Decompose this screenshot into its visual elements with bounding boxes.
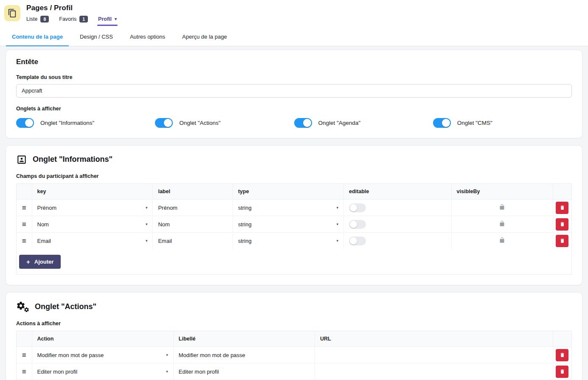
actions-row: ≡ Editer mon profil▾ Editer mon profil bbox=[17, 363, 571, 380]
key-select[interactable]: Email▾ bbox=[32, 233, 153, 249]
url-input[interactable] bbox=[315, 347, 553, 363]
toggle-onglet-agenda[interactable] bbox=[294, 118, 312, 128]
column-header-label: label bbox=[153, 184, 233, 200]
informations-row: ≡ Email▾ Email string▾ bbox=[17, 233, 571, 249]
key-select[interactable]: Nom▾ bbox=[32, 216, 153, 233]
app-logo[interactable] bbox=[4, 5, 20, 21]
drag-handle-icon[interactable]: ≡ bbox=[22, 368, 26, 376]
actions-subtitle: Actions à afficher bbox=[16, 321, 572, 327]
toggles-label: Onglets à afficher bbox=[16, 106, 572, 112]
tab-favoris[interactable]: Favoris 1 bbox=[59, 16, 88, 23]
trash-icon bbox=[560, 205, 565, 211]
delete-row-button[interactable] bbox=[556, 202, 568, 214]
tab-apercu-de-la-page[interactable]: Aperçu de la page bbox=[176, 34, 233, 46]
label-input[interactable]: Email bbox=[153, 233, 233, 249]
drag-handle-icon[interactable]: ≡ bbox=[22, 204, 26, 212]
trash-icon bbox=[560, 352, 565, 358]
lock-open-icon[interactable] bbox=[499, 204, 505, 210]
type-select-value: string bbox=[238, 221, 252, 228]
contact-card-icon bbox=[16, 154, 27, 165]
toggle-item-informations: Onglet "Informations" bbox=[16, 118, 155, 128]
toggle-onglet-informations[interactable] bbox=[16, 118, 34, 128]
delete-row-button[interactable] bbox=[556, 235, 568, 247]
tab-liste-label: Liste bbox=[26, 16, 37, 22]
label-input-value: Nom bbox=[158, 221, 169, 228]
subtitle-template-input[interactable] bbox=[16, 84, 572, 98]
column-header-delete bbox=[553, 184, 571, 200]
lock-open-icon[interactable] bbox=[499, 220, 505, 227]
column-header-type: type bbox=[233, 184, 343, 200]
plus-icon: + bbox=[26, 259, 30, 265]
column-header-drag bbox=[17, 331, 32, 347]
key-select-value: Email bbox=[37, 238, 51, 244]
informations-table-container: key label type editable visibleBy ≡ Prén… bbox=[16, 183, 572, 275]
gears-icon bbox=[16, 301, 29, 312]
chevron-down-icon: ▾ bbox=[146, 205, 148, 210]
lock-open-icon[interactable] bbox=[499, 237, 505, 243]
toggle-onglet-cms[interactable] bbox=[433, 118, 451, 128]
chevron-down-icon: ▾ bbox=[166, 369, 168, 374]
chevron-down-icon: ▾ bbox=[115, 17, 117, 21]
column-header-action: Action bbox=[32, 331, 173, 347]
actions-table-container: Action Libellé URL ≡ Modifier mon mot de… bbox=[16, 331, 572, 380]
toggle-onglet-actions-label: Onglet "Actions" bbox=[179, 120, 220, 126]
tab-toggles-row: Onglet "Informations" Onglet "Actions" O… bbox=[16, 118, 572, 128]
delete-row-button[interactable] bbox=[556, 349, 568, 361]
tab-autres-options[interactable]: Autres options bbox=[124, 34, 171, 46]
column-header-editable: editable bbox=[344, 184, 452, 200]
favoris-count-badge: 1 bbox=[79, 16, 88, 23]
chevron-down-icon: ▾ bbox=[146, 222, 148, 226]
toggle-item-agenda: Onglet "Agenda" bbox=[294, 118, 433, 128]
label-input[interactable]: Prénom bbox=[153, 200, 233, 216]
action-select[interactable]: Modifier mon mot de passe▾ bbox=[32, 347, 173, 363]
url-input[interactable] bbox=[315, 363, 553, 380]
tab-profil[interactable]: Profil ▾ bbox=[98, 16, 117, 22]
actions-card: Onglet "Actions" Actions à afficher Acti… bbox=[6, 292, 582, 380]
toggle-item-actions: Onglet "Actions" bbox=[155, 118, 294, 128]
label-input[interactable]: Nom bbox=[153, 216, 233, 233]
column-header-key: key bbox=[32, 184, 153, 200]
libelle-input[interactable]: Editer mon profil bbox=[173, 363, 315, 380]
trash-icon bbox=[560, 221, 565, 227]
actions-header-row: Action Libellé URL bbox=[17, 331, 571, 347]
key-select[interactable]: Prénom▾ bbox=[32, 200, 153, 216]
toggle-onglet-actions[interactable] bbox=[155, 118, 173, 128]
actions-row: ≡ Modifier mon mot de passe▾ Modifier mo… bbox=[17, 347, 571, 363]
add-row-button[interactable]: + Ajouter bbox=[19, 255, 61, 269]
drag-handle-icon[interactable]: ≡ bbox=[22, 351, 26, 359]
trash-icon bbox=[560, 238, 565, 244]
toggle-onglet-agenda-label: Onglet "Agenda" bbox=[318, 120, 361, 126]
informations-header-row: key label type editable visibleBy bbox=[17, 184, 571, 200]
chevron-down-icon: ▾ bbox=[146, 239, 148, 243]
column-header-url: URL bbox=[315, 331, 553, 347]
subtitle-template-label: Template du sous titre bbox=[16, 74, 572, 80]
drag-handle-icon[interactable]: ≡ bbox=[22, 237, 26, 245]
chevron-down-icon: ▾ bbox=[336, 239, 338, 243]
delete-row-button[interactable] bbox=[556, 218, 568, 231]
tab-design-css[interactable]: Design / CSS bbox=[74, 34, 119, 46]
entete-card: Entête Template du sous titre Onglets à … bbox=[6, 50, 582, 138]
informations-row: ≡ Nom▾ Nom string▾ bbox=[17, 216, 571, 233]
action-select-value: Editer mon profil bbox=[37, 369, 78, 375]
drag-handle-icon[interactable]: ≡ bbox=[22, 220, 26, 228]
editable-toggle[interactable] bbox=[349, 236, 366, 245]
type-select[interactable]: string▾ bbox=[233, 233, 343, 249]
tab-contenu-de-la-page[interactable]: Contenu de la page bbox=[6, 34, 69, 46]
action-select[interactable]: Editer mon profil▾ bbox=[32, 363, 173, 380]
column-header-delete bbox=[553, 331, 571, 347]
type-select[interactable]: string▾ bbox=[233, 216, 343, 233]
tab-liste[interactable]: Liste 8 bbox=[26, 16, 49, 23]
trash-icon bbox=[560, 369, 565, 374]
editable-toggle[interactable] bbox=[349, 220, 366, 229]
informations-subtitle: Champs du participant à afficher bbox=[16, 173, 572, 179]
column-header-visibleby: visibleBy bbox=[451, 184, 553, 200]
header-subtabs: Liste 8 Favoris 1 Profil ▾ bbox=[26, 16, 117, 26]
label-input-value: Prénom bbox=[158, 205, 177, 211]
delete-row-button[interactable] bbox=[556, 366, 568, 378]
editable-toggle[interactable] bbox=[349, 203, 366, 212]
header: Pages / Profil Liste 8 Favoris 1 Profil … bbox=[0, 0, 588, 26]
column-header-drag bbox=[17, 184, 32, 200]
type-select[interactable]: string▾ bbox=[233, 200, 343, 216]
informations-card-title: Onglet "Informations" bbox=[33, 155, 113, 164]
libelle-input[interactable]: Modifier mon mot de passe bbox=[173, 347, 315, 363]
